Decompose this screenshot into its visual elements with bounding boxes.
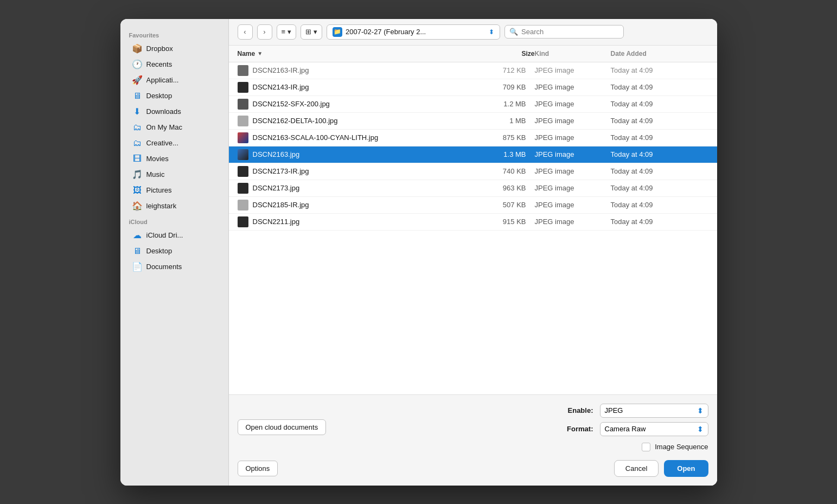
- sidebar-item-label: Movies: [146, 155, 169, 163]
- sidebar-item-label: Dropbox: [146, 44, 173, 53]
- sidebar-item-music[interactable]: 🎵 Music: [124, 167, 225, 182]
- sidebar-item-recents[interactable]: 🕐 Recents: [124, 57, 225, 72]
- sidebar-item-dropbox[interactable]: 📦 Dropbox: [124, 41, 225, 56]
- format-option-row: Format: Camera Raw ⬍: [561, 422, 708, 436]
- file-date: Today at 4:09: [611, 133, 708, 142]
- table-row[interactable]: DSCN2163-IR.jpg 712 KB JPEG image Today …: [229, 62, 717, 79]
- file-date: Today at 4:09: [611, 201, 708, 209]
- file-thumbnail: [238, 82, 248, 93]
- table-row[interactable]: DSCN2211.jpg 915 KB JPEG image Today at …: [229, 214, 717, 231]
- format-label: Format:: [561, 425, 593, 433]
- grid-view-icon: ⊞: [305, 28, 311, 36]
- sidebar-item-label: Pictures: [146, 186, 172, 194]
- enable-label: Enable:: [561, 406, 593, 414]
- file-size: 875 KB: [481, 133, 535, 142]
- list-view-button[interactable]: ≡ ▾: [277, 24, 297, 40]
- sidebar-item-applications[interactable]: 🚀 Applicati...: [124, 73, 225, 88]
- file-name: DSCN2162-DELTA-100.jpg: [253, 117, 481, 125]
- col-size-header: Size: [481, 50, 535, 58]
- table-row[interactable]: DSCN2173.jpg 963 KB JPEG image Today at …: [229, 180, 717, 197]
- file-date: Today at 4:09: [611, 83, 708, 91]
- path-text: 2007-02-27 (February 2...: [346, 28, 485, 36]
- search-box[interactable]: 🔍: [504, 25, 624, 39]
- back-button[interactable]: ‹: [238, 24, 253, 40]
- file-list-header: Name ▼ Size Kind Date Added: [229, 46, 717, 62]
- sidebar-item-icloud-drive[interactable]: ☁ iCloud Dri...: [124, 228, 225, 243]
- file-kind: JPEG image: [535, 100, 611, 108]
- folder-icon: 🗂: [132, 138, 142, 148]
- table-row[interactable]: DSCN2185-IR.jpg 507 KB JPEG image Today …: [229, 197, 717, 214]
- sidebar-item-desktop[interactable]: 🖥 Desktop: [124, 88, 225, 104]
- file-name: DSCN2211.jpg: [253, 218, 481, 226]
- file-date: Today at 4:09: [611, 117, 708, 125]
- file-name: DSCN2173.jpg: [253, 184, 481, 192]
- file-date: Today at 4:09: [611, 100, 708, 108]
- open-cloud-button[interactable]: Open cloud documents: [238, 419, 327, 435]
- file-thumbnail: [238, 116, 248, 126]
- search-input[interactable]: [521, 28, 619, 36]
- table-row[interactable]: DSCN2163.jpg 1.3 MB JPEG image Today at …: [229, 146, 717, 163]
- image-sequence-label: Image Sequence: [655, 443, 708, 451]
- sidebar-item-label: Creative...: [146, 139, 178, 147]
- table-row[interactable]: DSCN2152-SFX-200.jpg 1.2 MB JPEG image T…: [229, 96, 717, 113]
- file-thumbnail: [238, 149, 248, 160]
- list-view-icon: ≡: [282, 28, 286, 36]
- search-icon: 🔍: [509, 28, 518, 36]
- file-size: 1 MB: [481, 117, 535, 125]
- file-name: DSCN2163.jpg: [253, 150, 481, 158]
- file-thumbnail: [238, 216, 248, 227]
- file-date: Today at 4:09: [611, 66, 708, 74]
- sidebar-item-downloads[interactable]: ⬇ Downloads: [124, 104, 225, 119]
- sidebar-item-label: Recents: [146, 60, 172, 68]
- icloud-label: iCloud: [120, 214, 228, 227]
- file-date: Today at 4:09: [611, 218, 708, 226]
- grid-view-button[interactable]: ⊞ ▾: [301, 24, 322, 40]
- image-sequence-row: Image Sequence: [561, 443, 708, 451]
- table-row[interactable]: DSCN2162-DELTA-100.jpg 1 MB JPEG image T…: [229, 113, 717, 130]
- open-button[interactable]: Open: [664, 460, 708, 477]
- sidebar-item-icloud-documents[interactable]: 📄 Documents: [124, 259, 225, 275]
- icloud-icon: ☁: [132, 231, 142, 240]
- table-row[interactable]: DSCN2173-IR.jpg 740 KB JPEG image Today …: [229, 163, 717, 180]
- file-date: Today at 4:09: [611, 167, 708, 175]
- chevron-down-icon: ▾: [287, 28, 291, 36]
- pictures-icon: 🖼: [132, 186, 142, 195]
- forward-button[interactable]: ›: [257, 24, 272, 40]
- col-name-header: Name ▼: [238, 50, 481, 58]
- file-size: 1.2 MB: [481, 100, 535, 108]
- format-select[interactable]: Camera Raw ⬍: [600, 422, 708, 436]
- applications-icon: 🚀: [132, 75, 142, 85]
- file-kind: JPEG image: [535, 133, 611, 142]
- col-date-header: Date Added: [611, 50, 708, 58]
- file-list: Name ▼ Size Kind Date Added DSCN2163-IR.…: [229, 46, 717, 394]
- sidebar-item-icloud-desktop[interactable]: 🖥 Desktop: [124, 244, 225, 259]
- sidebar-item-label: Applicati...: [146, 76, 179, 84]
- sidebar-item-label: On My Mac: [146, 123, 182, 131]
- favourites-label: Favourites: [120, 28, 228, 41]
- table-row[interactable]: DSCN2163-SCALA-100-CYAN-LITH.jpg 875 KB …: [229, 130, 717, 146]
- image-sequence-checkbox[interactable]: [642, 443, 650, 451]
- bottom-options-row: Open cloud documents Enable: JPEG ⬍ Form…: [238, 404, 708, 451]
- desktop-icon: 🖥: [132, 246, 142, 256]
- path-arrows-icon: ⬍: [489, 28, 494, 36]
- options-button[interactable]: Options: [238, 461, 278, 476]
- sort-arrow-icon: ▼: [257, 50, 263, 56]
- path-selector[interactable]: 📁 2007-02-27 (February 2... ⬍: [327, 24, 500, 40]
- dropbox-icon: 📦: [132, 44, 142, 54]
- sidebar-item-label: leighstark: [146, 202, 177, 210]
- sidebar-item-on-my-mac[interactable]: 🗂 On My Mac: [124, 120, 225, 135]
- file-size: 507 KB: [481, 201, 535, 209]
- file-date: Today at 4:09: [611, 184, 708, 192]
- sidebar-item-pictures[interactable]: 🖼 Pictures: [124, 183, 225, 198]
- select-arrows-icon: ⬍: [697, 406, 704, 415]
- table-row[interactable]: DSCN2143-IR.jpg 709 KB JPEG image Today …: [229, 79, 717, 96]
- file-thumbnail: [238, 132, 248, 143]
- sidebar-item-leighstark[interactable]: 🏠 leighstark: [124, 199, 225, 214]
- sidebar-item-movies[interactable]: 🎞 Movies: [124, 151, 225, 167]
- enable-select[interactable]: JPEG ⬍: [600, 404, 708, 418]
- sidebar-item-creative[interactable]: 🗂 Creative...: [124, 136, 225, 151]
- options-group: Enable: JPEG ⬍ Format: Camera Raw ⬍: [561, 404, 708, 451]
- file-thumbnail: [238, 99, 248, 110]
- bottom-bar: Open cloud documents Enable: JPEG ⬍ Form…: [229, 394, 717, 486]
- cancel-button[interactable]: Cancel: [614, 460, 659, 477]
